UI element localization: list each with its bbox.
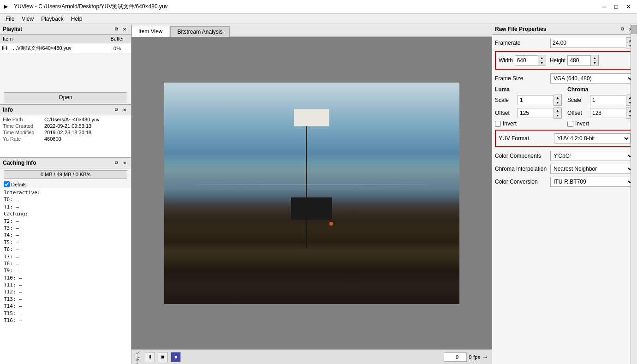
luma-offset-spinner: ▲ ▼	[518, 107, 562, 119]
yuv-format-label: YUV Format	[499, 135, 554, 142]
app-icon: ▶	[4, 3, 11, 11]
luma-offset-down[interactable]: ▼	[554, 113, 561, 118]
caching-title: Caching Info	[3, 160, 36, 166]
luma-scale-input[interactable]	[518, 95, 554, 105]
playlist-vertical-tab: Playlis...	[135, 348, 140, 364]
video-background	[164, 83, 459, 304]
details-checkbox-label[interactable]: Details	[4, 181, 27, 187]
center-area: Item View Bitstream Analysis	[131, 24, 492, 364]
luma-scale-row: Scale ▲ ▼	[495, 95, 562, 106]
chroma-offset-spinner: ▲ ▼	[590, 107, 634, 119]
luma-offset-input[interactable]	[518, 108, 554, 118]
luma-chroma-section: Luma Scale ▲ ▼ Offset	[495, 86, 634, 127]
tab-bitstream-analysis[interactable]: Bitstream Analysis	[170, 26, 229, 37]
caching-line-10: T8: –	[4, 260, 127, 267]
caching-bar-row: 0 MB / 49 MB / 0 KB/s	[0, 168, 131, 180]
rfp-float-button[interactable]: ⧉	[619, 25, 626, 33]
yuv-format-row: YUV Format YUV 4:2:0 8-bit YUV 4:2:2 8-b…	[499, 133, 631, 143]
playlist-col-item-header: Item	[0, 36, 103, 42]
caching-line-4: T2: –	[4, 218, 127, 225]
main-layout: Playlist ⧉ ✕ Item Buffer 🎞 ...V测试文件/640×…	[0, 24, 637, 364]
info-label-created: Time Created	[3, 123, 44, 129]
width-down-btn[interactable]: ▼	[538, 60, 546, 66]
info-value-created: 2022-09-21 09:53:13	[44, 123, 91, 129]
caching-panel: Caching Info ⧉ ✕ 0 MB / 49 MB / 0 KB/s D…	[0, 158, 131, 364]
window-title: YUView - C:/Users/Arnold/Desktop/YUV测试文件…	[14, 3, 599, 11]
playlist-item-name: ...V测试文件/640×480.yuv	[11, 44, 103, 52]
close-button[interactable]: ✕	[623, 2, 633, 12]
caching-close-button[interactable]: ✕	[121, 159, 128, 167]
caching-line-11: T9: –	[4, 267, 127, 274]
color-conversion-label: Color Conversion	[495, 179, 550, 185]
info-header-controls: ⧉ ✕	[113, 106, 128, 113]
video-frame	[164, 83, 459, 304]
caching-float-button[interactable]: ⧉	[113, 159, 120, 167]
video-area	[131, 37, 492, 349]
height-down-btn[interactable]: ▼	[591, 60, 598, 66]
framerate-row: Framerate ▲ ▼	[495, 37, 634, 48]
width-spinner: ▲ ▼	[515, 55, 546, 66]
playlist-item-icon: 🎞	[2, 45, 11, 52]
color-components-select[interactable]: Y'CbCr RGB	[550, 151, 634, 161]
record-button[interactable]: ■	[171, 352, 181, 362]
info-header: Info ⧉ ✕	[0, 105, 131, 115]
playlist-float-button[interactable]: ⧉	[113, 25, 120, 33]
luma-scale-down[interactable]: ▼	[554, 100, 561, 105]
chroma-offset-input[interactable]	[590, 108, 626, 118]
frame-size-select[interactable]: VGA (640, 480)	[550, 73, 634, 84]
scrollbar-thumb[interactable]	[631, 25, 637, 34]
wh-section: Width ▲ ▼ Height	[495, 51, 634, 70]
luma-invert-label: Invert	[503, 120, 517, 127]
frame-number-input[interactable]	[444, 352, 467, 362]
width-up-btn[interactable]: ▲	[538, 55, 546, 60]
info-label-filepath: File Path	[3, 117, 44, 122]
minimize-button[interactable]: ─	[599, 2, 609, 12]
yuv-format-section: YUV Format YUV 4:2:0 8-bit YUV 4:2:2 8-b…	[495, 130, 634, 147]
info-row-modified: Time Modified 2019-02-28 18:30:18	[3, 130, 128, 135]
menu-view[interactable]: View	[18, 15, 37, 23]
playlist-item[interactable]: 🎞 ...V测试文件/640×480.yuv 0%	[0, 43, 131, 54]
menu-file[interactable]: File	[2, 15, 18, 23]
maximize-button[interactable]: □	[611, 2, 621, 12]
caching-line-13: T11: –	[4, 281, 127, 288]
height-label: Height	[550, 57, 566, 64]
height-up-btn[interactable]: ▲	[591, 55, 598, 60]
chroma-invert-checkbox[interactable]	[567, 121, 573, 127]
luma-scale-up[interactable]: ▲	[554, 95, 561, 100]
playlist-close-button[interactable]: ✕	[121, 25, 128, 33]
properties-content: Framerate ▲ ▼ Width	[492, 35, 637, 364]
fps-label: fps	[473, 354, 480, 360]
chroma-scale-input[interactable]	[590, 95, 626, 105]
next-frame-arrow[interactable]: →	[482, 353, 488, 360]
chroma-interp-select[interactable]: Nearest Neighbor Bilinear	[550, 164, 634, 174]
luma-header: Luma	[495, 86, 562, 93]
width-input[interactable]	[515, 55, 538, 66]
info-title: Info	[3, 107, 13, 113]
caching-text-content: Interactive: T0: – T1: – Caching: T2: – …	[0, 188, 131, 364]
info-close-button[interactable]: ✕	[121, 106, 128, 113]
info-float-button[interactable]: ⧉	[113, 106, 120, 113]
framerate-label: Framerate	[495, 40, 550, 46]
title-bar: ▶ YUView - C:/Users/Arnold/Desktop/YUV测试…	[0, 0, 637, 14]
info-value-modified: 2019-02-28 18:30:18	[44, 130, 91, 135]
menu-help[interactable]: Help	[67, 15, 86, 23]
chroma-interp-label: Chroma Interpolation	[495, 166, 550, 172]
open-button[interactable]: Open	[4, 92, 127, 102]
stop-button[interactable]: ⏹	[158, 352, 168, 362]
menu-playback[interactable]: Playback	[37, 15, 67, 23]
height-input[interactable]	[567, 55, 590, 66]
playlist-title: Playlist	[3, 26, 22, 32]
luma-invert-checkbox[interactable]	[495, 121, 501, 127]
chroma-col: Chroma Scale ▲ ▼ Offset	[567, 86, 634, 127]
info-value-yurate: 460800	[44, 136, 61, 142]
pause-button[interactable]: ⏸	[145, 352, 155, 362]
info-row-yurate: Yu Rate 460800	[3, 136, 128, 142]
details-checkbox[interactable]	[4, 181, 10, 187]
yuv-format-select[interactable]: YUV 4:2:0 8-bit YUV 4:2:2 8-bit YUV 4:4:…	[554, 133, 631, 143]
framerate-input[interactable]	[550, 38, 626, 48]
top-box	[294, 109, 329, 126]
frame-controls: 0 fps →	[444, 352, 488, 362]
luma-offset-up[interactable]: ▲	[554, 108, 561, 113]
color-conversion-select[interactable]: ITU-R.BT709 ITU-R.BT601	[550, 177, 634, 187]
tab-item-view[interactable]: Item View	[131, 26, 169, 37]
